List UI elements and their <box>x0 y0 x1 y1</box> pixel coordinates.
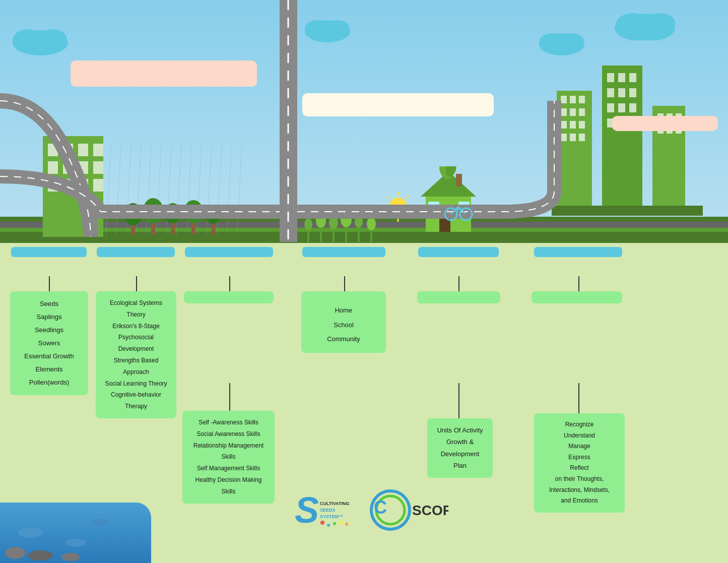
social-determinants-header <box>302 247 385 257</box>
social-emotional-header <box>185 247 273 257</box>
svg-rect-57 <box>48 161 58 174</box>
svg-rect-95 <box>121 234 272 242</box>
svg-point-125 <box>329 216 338 229</box>
svg-point-7 <box>13 29 43 51</box>
building-left <box>40 121 106 237</box>
svg-point-86 <box>124 203 142 225</box>
svg-point-14 <box>645 13 675 33</box>
svg-rect-58 <box>63 161 73 174</box>
svg-rect-105 <box>428 202 439 211</box>
svg-point-131 <box>367 217 376 230</box>
svg-text:C: C <box>374 497 387 518</box>
svg-rect-39 <box>618 103 625 112</box>
svg-point-90 <box>165 203 181 223</box>
svg-point-16 <box>539 33 564 51</box>
agriculture-item-5: Essential GrowthElements <box>17 350 81 376</box>
svg-text:SEEDS: SEEDS <box>320 508 336 513</box>
determinant-home: Home <box>308 303 379 318</box>
svg-point-129 <box>355 216 363 228</box>
scored-logo: C SCORED <box>368 487 448 533</box>
svg-rect-27 <box>579 121 585 129</box>
trees-left <box>121 181 272 242</box>
svg-text:CULTIVATING: CULTIVATING <box>320 501 350 506</box>
agriculture-item-3: Seedlings <box>17 324 81 337</box>
svg-rect-38 <box>607 103 614 112</box>
svg-rect-40 <box>629 103 636 112</box>
svg-rect-29 <box>570 134 576 141</box>
svg-rect-23 <box>570 108 576 116</box>
loe-body <box>417 291 500 303</box>
sec-connector-line <box>229 383 230 411</box>
goals-box-2 <box>612 116 718 131</box>
svg-point-137 <box>327 524 330 527</box>
five-theories-items: Ecological Systems Theory Erikson's 8-St… <box>96 291 176 418</box>
svg-rect-107 <box>456 174 462 186</box>
step-express: Express <box>541 452 618 463</box>
svg-rect-62 <box>63 179 73 192</box>
svg-rect-26 <box>570 121 576 129</box>
five-theories-header <box>97 247 175 257</box>
svg-point-121 <box>304 218 312 230</box>
goals-box <box>302 93 494 116</box>
svg-point-94 <box>206 205 221 224</box>
definition-box <box>71 60 257 87</box>
theory-3: Strengths Based Approach <box>103 355 169 378</box>
svg-rect-60 <box>93 161 103 174</box>
svg-point-88 <box>143 198 163 223</box>
determinant-school: School <box>308 318 379 333</box>
svg-rect-55 <box>78 144 88 156</box>
loe-connector-line <box>458 383 459 418</box>
svg-point-13 <box>616 13 648 35</box>
theory-2: Erikson's 8-StagePsychosocial Developmen… <box>103 321 169 355</box>
loe-units: Units Of Activity <box>434 424 486 436</box>
svg-point-4 <box>28 550 53 560</box>
cloud-right-2 <box>537 30 587 55</box>
skill-relationship: Relationship Management Skills <box>189 440 268 463</box>
svg-rect-56 <box>93 144 103 156</box>
theory-5: Cognitive-behavior Therapy <box>103 389 169 412</box>
svg-point-17 <box>562 33 584 49</box>
intervention-body <box>532 291 622 303</box>
svg-rect-61 <box>48 179 58 192</box>
svg-line-71 <box>106 146 111 237</box>
levels-engagement-header <box>418 247 499 257</box>
skill-social-awareness: Social Awareness Skills <box>189 428 268 440</box>
svg-point-136 <box>320 521 324 525</box>
svg-line-118 <box>406 196 409 199</box>
svg-text:SCORED: SCORED <box>412 503 448 518</box>
intervention-header <box>534 247 622 257</box>
agriculture-item-2: Saplings <box>17 310 81 324</box>
skill-self-awareness: Self -Awareness Skills <box>189 417 268 428</box>
svg-rect-21 <box>579 96 585 103</box>
step-understand: Understand <box>541 430 618 442</box>
svg-rect-25 <box>561 121 567 129</box>
agriculture-item-1: Seeds <box>17 297 81 310</box>
svg-rect-19 <box>561 96 567 103</box>
svg-point-140 <box>345 523 348 526</box>
agriculture-header <box>11 247 87 257</box>
svg-rect-37 <box>629 88 636 97</box>
loe-growth: Growth &Development Plan <box>434 436 486 471</box>
svg-rect-28 <box>561 134 567 141</box>
svg-text:S: S <box>295 490 319 530</box>
svg-line-117 <box>406 215 409 218</box>
agriculture-item-4: Sowers <box>17 337 81 350</box>
svg-rect-22 <box>561 108 567 116</box>
svg-point-10 <box>305 20 330 38</box>
connector-loe <box>458 276 459 291</box>
svg-point-139 <box>339 521 343 525</box>
determinants-items: Home School Community <box>308 303 379 347</box>
social-emotional-body <box>184 291 274 303</box>
svg-rect-35 <box>607 88 614 97</box>
svg-rect-54 <box>63 144 73 156</box>
svg-point-0 <box>18 528 43 538</box>
intervention-steps: Recognize Understand Manage Express Refl… <box>534 413 625 513</box>
connector-determinants <box>344 276 345 291</box>
step-manage: Manage <box>541 441 618 452</box>
agriculture-item-6: Pollen(words) <box>17 376 81 389</box>
intervention-connector-line <box>578 383 579 413</box>
svg-point-92 <box>184 200 203 223</box>
svg-rect-30 <box>579 134 585 141</box>
svg-line-116 <box>387 196 390 199</box>
svg-rect-32 <box>607 73 614 82</box>
